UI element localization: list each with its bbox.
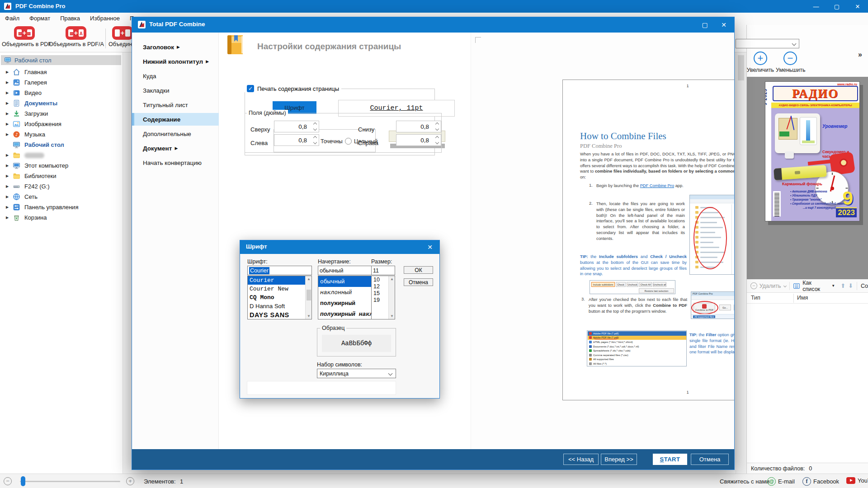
font-list-item-1[interactable]: Courier New: [248, 285, 306, 293]
minimize-button[interactable]: —: [806, 0, 826, 13]
zoom-slider-track[interactable]: [20, 481, 120, 482]
font-list-item-0[interactable]: Courier: [248, 276, 306, 285]
nav-item-2[interactable]: Куда: [132, 70, 219, 82]
tree-item-галерея[interactable]: ▶Галерея: [0, 77, 122, 88]
tree-item-главная[interactable]: ▶Главная: [0, 67, 122, 77]
zoom-in-button[interactable]: + Увеличить: [746, 52, 775, 73]
expand-arrow-icon[interactable]: ▶: [6, 80, 10, 84]
zoom-slider-minus-icon[interactable]: −: [4, 477, 12, 485]
tree-header-desktop[interactable]: Рабочий стол: [1, 55, 121, 65]
spinner-arrows-icon[interactable]: [314, 123, 316, 130]
font-name-list[interactable]: ▲▼ CourierCourier NewCQ MonoD Hanna Soft…: [247, 276, 312, 319]
expand-arrow-icon[interactable]: ▶: [6, 101, 10, 105]
nav-item-1[interactable]: Нижний колонтитул▶: [132, 55, 219, 68]
expand-arrow-icon[interactable]: ▶: [6, 122, 10, 126]
margin-spinner-2[interactable]: 0,8: [274, 134, 319, 146]
style-list-item-2[interactable]: полужирный: [318, 298, 376, 309]
nav-item-6[interactable]: Дополнительные: [132, 127, 219, 140]
close-button[interactable]: ✕: [847, 0, 868, 13]
nav-item-7[interactable]: Документ▶: [132, 142, 219, 155]
size-list-item-0[interactable]: 10: [372, 276, 389, 283]
font-size-list[interactable]: ▲▼ 10121519: [371, 276, 395, 319]
tree-item-рабочий-стол[interactable]: Рабочий стол: [0, 140, 122, 150]
combine-clipped-button[interactable]: + Объединит: [108, 26, 133, 47]
zoom-slider-thumb[interactable]: [21, 476, 25, 486]
menu-item-2[interactable]: Правка: [55, 13, 85, 24]
expand-arrow-icon[interactable]: ▶: [6, 112, 10, 116]
size-list-scrollbar[interactable]: ▲▼: [388, 276, 395, 319]
expand-arrow-icon[interactable]: ▶: [6, 195, 10, 199]
font-name-input[interactable]: Courier: [247, 266, 312, 275]
size-list-item-1[interactable]: 12: [372, 283, 389, 290]
as-list-button[interactable]: Как список: [802, 280, 830, 292]
expand-arrow-icon[interactable]: ▶: [6, 174, 10, 178]
delete-button[interactable]: Удалить: [760, 283, 781, 289]
youtube-link[interactable]: YouTube: [846, 477, 868, 484]
spinner-arrows-icon[interactable]: [436, 123, 439, 130]
tree-item-изображения[interactable]: ▶Изображения: [0, 119, 122, 129]
column-name[interactable]: Имя: [797, 295, 808, 301]
font-list-item-4[interactable]: DAYS SANS: [248, 310, 306, 319]
tree-item-загрузки[interactable]: ▶Загрузки: [0, 108, 122, 119]
margin-spinner-1[interactable]: 0,8: [396, 121, 441, 132]
tree-item-этот-компьютер[interactable]: ▶Этот компьютер: [0, 160, 122, 171]
email-link[interactable]: @E-mail: [767, 477, 795, 486]
combine-to-pdf-button[interactable]: + ▤▤ Объединить в PDF: [2, 26, 47, 47]
charset-combobox[interactable]: Кириллица: [317, 369, 396, 378]
hidden-panel-scrollbar[interactable]: [736, 52, 746, 474]
expand-arrow-icon[interactable]: ▶: [6, 216, 10, 220]
files-list-empty[interactable]: [747, 304, 868, 463]
expand-arrow-icon[interactable]: ▶: [6, 164, 10, 168]
spinner-arrows-icon[interactable]: [436, 136, 439, 144]
clipped-toolbar-label[interactable]: Со: [861, 283, 868, 289]
menu-item-0[interactable]: Файл: [0, 13, 24, 24]
margin-spinner-3[interactable]: 0,8: [396, 134, 441, 146]
font-cancel-button[interactable]: Отмена: [404, 278, 433, 286]
column-type[interactable]: Тип: [751, 295, 760, 301]
expand-arrow-icon[interactable]: ▶: [6, 153, 10, 157]
style-list-item-1[interactable]: наклонный: [318, 287, 376, 298]
style-list-item-3[interactable]: полужирный наклонный: [318, 309, 376, 319]
scrollbar-thumb[interactable]: [738, 55, 744, 80]
expand-arrow-icon[interactable]: ▶: [6, 184, 10, 188]
doc-link[interactable]: PDF Combine Pro: [640, 183, 674, 188]
font-list-item-2[interactable]: CQ Mono: [248, 293, 306, 302]
spinner-arrows-icon[interactable]: [314, 136, 316, 144]
tree-item-blurred[interactable]: ▶: [0, 150, 122, 160]
combine-to-pdfa-button[interactable]: + ▤A Объединить в PDF/A: [49, 26, 103, 47]
expand-arrow-icon[interactable]: ▶: [6, 91, 10, 95]
tree-item-сеть[interactable]: ▶Сеть: [0, 192, 122, 202]
delete-dropdown-icon[interactable]: [783, 284, 786, 287]
nav-item-8[interactable]: Начать конвертацию: [132, 156, 219, 169]
font-list-item-3[interactable]: D Hanna Soft: [248, 302, 306, 310]
back-button[interactable]: << Назад: [563, 454, 599, 465]
menu-item-3[interactable]: Избранное: [85, 13, 125, 24]
start-button[interactable]: START: [653, 454, 687, 465]
tree-item-видео[interactable]: ▶Видео: [0, 88, 122, 98]
move-up-icon[interactable]: ⬆: [840, 282, 845, 289]
expand-arrow-icon[interactable]: ▶: [6, 205, 10, 209]
zoom-slider-plus-icon[interactable]: +: [126, 477, 134, 485]
nav-item-4[interactable]: Титульный лист: [132, 99, 219, 111]
tree-item-панель-управления[interactable]: ▶Панель управления: [0, 202, 122, 212]
font-ok-button[interactable]: ОК: [404, 266, 433, 274]
expand-arrow-icon[interactable]: ▶: [6, 70, 10, 74]
dialog-maximize-button[interactable]: ▢: [695, 17, 714, 33]
forward-button[interactable]: Вперед >>: [601, 454, 637, 465]
font-list-scrollbar[interactable]: ▲▼: [305, 276, 311, 319]
size-list-item-3[interactable]: 19: [372, 296, 389, 303]
move-down-icon[interactable]: ⬇: [848, 282, 853, 289]
zoom-out-button[interactable]: − Уменьшить: [776, 52, 805, 73]
tree-item-музыка[interactable]: ▶♪Музыка: [0, 129, 122, 140]
expand-arrow-icon[interactable]: ▶: [6, 132, 10, 136]
print-contents-checkbox[interactable]: ✓ Печать содержания страницы: [245, 85, 341, 92]
nav-item-3[interactable]: Закладки: [132, 84, 219, 97]
tree-item-корзина[interactable]: ▶Корзина: [0, 212, 122, 223]
maximize-button[interactable]: ▢: [826, 0, 847, 13]
facebook-link[interactable]: fFacebook: [802, 477, 839, 486]
font-dialog-close-button[interactable]: ✕: [420, 240, 439, 254]
nav-item-5[interactable]: Содержание: [132, 113, 219, 126]
dialog-close-button[interactable]: ✕: [714, 17, 733, 33]
margin-spinner-0[interactable]: 0,8: [274, 121, 319, 132]
size-list-item-2[interactable]: 15: [372, 290, 389, 296]
